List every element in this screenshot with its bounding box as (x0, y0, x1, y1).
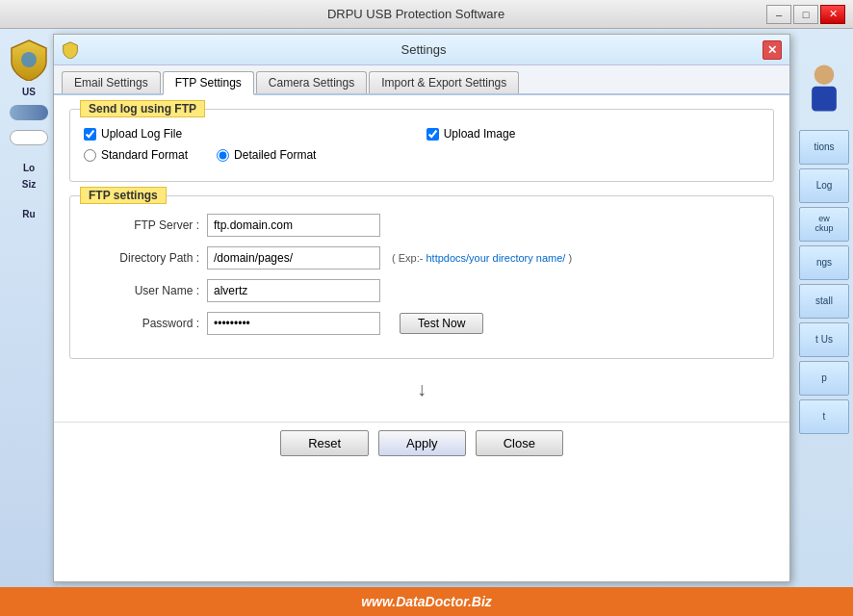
left-label-usb: US (22, 87, 36, 97)
dialog-title: Settings (85, 42, 763, 57)
format-row: Standard Format Detailed Format (84, 148, 760, 162)
upload-image-checkbox[interactable] (426, 128, 439, 141)
password-row: Password : Test Now (84, 312, 760, 335)
directory-label: Directory Path : (84, 251, 199, 265)
person-area (799, 62, 849, 122)
detailed-format-radio[interactable] (217, 149, 229, 162)
password-label: Password : (84, 317, 199, 330)
title-bar-controls: – □ ✕ (766, 5, 845, 24)
tab-email[interactable]: Email Settings (62, 71, 161, 93)
sidebar-btn-contact[interactable]: t Us (799, 322, 849, 357)
minimize-button[interactable]: – (766, 5, 791, 24)
tab-ftp[interactable]: FTP Settings (163, 71, 254, 95)
left-label-log: Lo (23, 163, 35, 173)
dialog-shield-icon (62, 41, 79, 59)
sidebar-btn-extra[interactable]: t (799, 399, 849, 434)
hint-link: httpdocs/your directory name/ (426, 252, 565, 264)
username-label: User Name : (84, 284, 199, 297)
title-bar: DRPU USB Protection Software – □ ✕ (0, 0, 853, 29)
svg-point-0 (21, 52, 37, 67)
ftp-form: FTP Server : Directory Path : ( Exp:- ht… (84, 214, 760, 335)
sidebar-btn-actions[interactable]: tions (799, 130, 849, 165)
left-sidebar: US Lo Siz Ru (0, 29, 58, 587)
left-label-ru: Ru (22, 209, 35, 219)
arrow-down: ↓ (69, 372, 774, 408)
send-log-title: Send log using FTP (80, 100, 205, 117)
window-title: DRPU USB Protection Software (65, 7, 766, 21)
ftp-settings-section: FTP settings FTP Server : Directory Path… (69, 195, 774, 359)
upload-log-label: Upload Log File (101, 127, 182, 141)
upload-log-row: Upload Log File Upload Image (84, 127, 760, 141)
detailed-format-label: Detailed Format (234, 148, 316, 162)
settings-dialog: Settings ✕ Email Settings FTP Settings C… (53, 34, 790, 582)
reset-button[interactable]: Reset (280, 430, 369, 456)
tab-import-export[interactable]: Import & Export Settings (369, 71, 519, 93)
upload-image-label: Upload Image (444, 127, 516, 141)
svg-rect-2 (812, 87, 837, 112)
radio-other[interactable] (10, 130, 48, 145)
sidebar-btn-settings[interactable]: ngs (799, 245, 849, 280)
apply-button[interactable]: Apply (378, 430, 466, 456)
sidebar-btn-backup[interactable]: ewckup (799, 207, 849, 242)
sidebar-btn-log[interactable]: Log (799, 168, 849, 203)
radio-usb[interactable] (10, 105, 48, 120)
upload-log-checkbox[interactable] (84, 128, 96, 141)
dialog-close-button[interactable]: ✕ (763, 40, 782, 60)
username-input[interactable] (207, 279, 380, 302)
directory-hint: ( Exp:- httpdocs/your directory name/ ) (392, 252, 572, 264)
person-icon (800, 62, 848, 119)
close-button[interactable]: Close (476, 430, 563, 456)
sidebar-btn-install[interactable]: stall (799, 284, 849, 319)
shield-icon (10, 38, 48, 81)
username-row: User Name : (84, 279, 760, 302)
tabs-bar: Email Settings FTP Settings Camera Setti… (54, 65, 789, 95)
svg-point-1 (814, 64, 835, 85)
sidebar-right: tions Log ewckup ngs stall t Us p t (795, 58, 853, 438)
left-label-siz: Siz (22, 179, 36, 190)
password-input[interactable] (207, 312, 380, 335)
bottom-buttons: Reset Apply Close (54, 422, 789, 466)
server-input[interactable] (207, 214, 380, 237)
maximize-button[interactable]: □ (793, 5, 818, 24)
test-now-button[interactable]: Test Now (400, 313, 483, 334)
sidebar-btn-help[interactable]: p (799, 361, 849, 396)
standard-format-label: Standard Format (101, 148, 188, 162)
ftp-settings-title: FTP settings (80, 187, 167, 204)
tab-camera[interactable]: Camera Settings (256, 71, 367, 93)
dialog-title-bar: Settings ✕ (54, 35, 789, 65)
website-url: www.DataDoctor.Biz (361, 594, 492, 609)
window-close-button[interactable]: ✕ (820, 5, 845, 24)
standard-format-radio[interactable] (84, 149, 96, 162)
server-label: FTP Server : (84, 218, 199, 232)
directory-row: Directory Path : ( Exp:- httpdocs/your d… (84, 246, 760, 270)
server-row: FTP Server : (84, 214, 760, 237)
bottom-bar: www.DataDoctor.Biz (0, 587, 853, 616)
main-window: DRPU USB Protection Software – □ ✕ US Lo… (0, 0, 853, 616)
dialog-content: Send log using FTP Upload Log File Uploa… (54, 95, 789, 422)
directory-input[interactable] (207, 246, 380, 270)
send-log-section: Send log using FTP Upload Log File Uploa… (69, 109, 774, 182)
